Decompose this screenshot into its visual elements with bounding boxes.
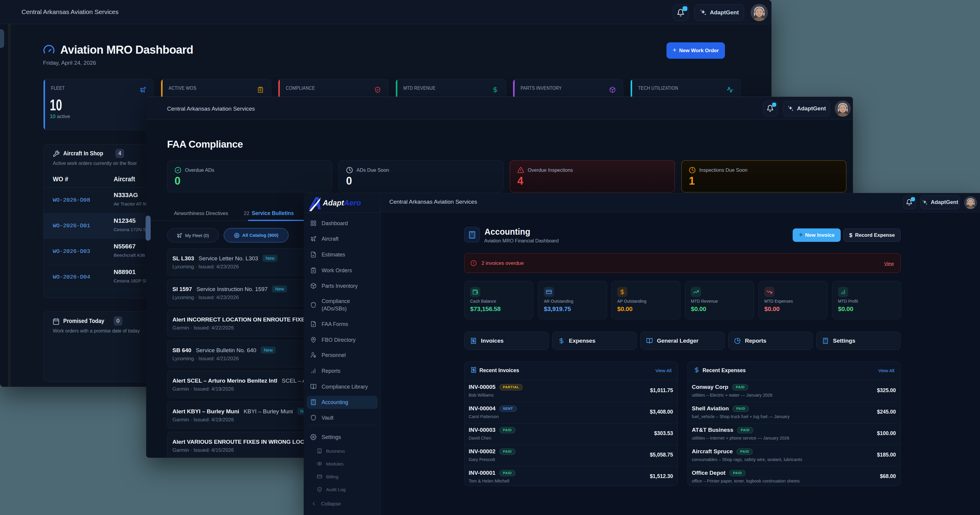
svg-text:A: A — [309, 194, 322, 211]
